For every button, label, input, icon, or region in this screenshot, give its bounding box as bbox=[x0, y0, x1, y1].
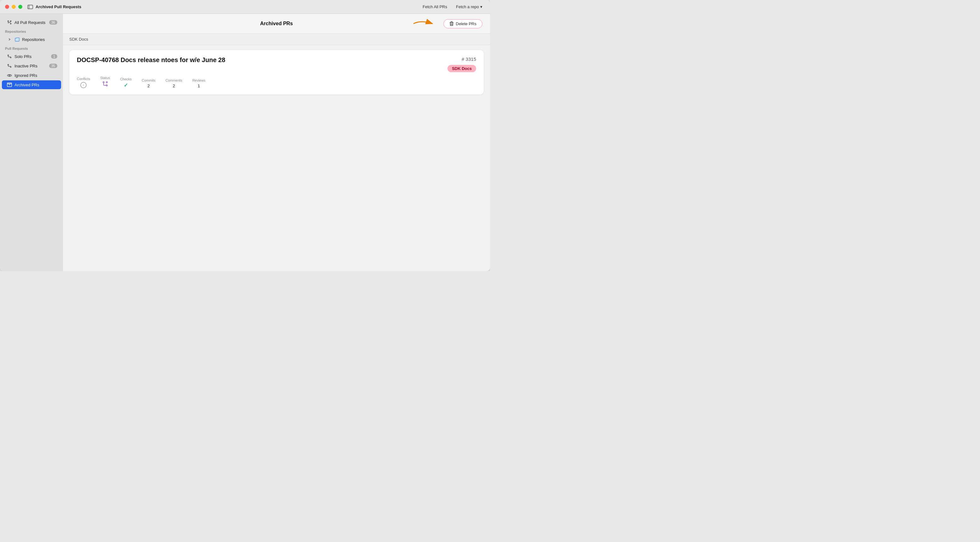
svg-rect-13 bbox=[7, 84, 12, 87]
svg-point-10 bbox=[10, 67, 11, 67]
pr-meta-checks: Checks ✓ bbox=[120, 77, 132, 88]
window-title: Archived Pull Requests bbox=[36, 5, 81, 9]
inactive-prs-icon bbox=[7, 63, 12, 69]
repositories-section-label: Repositories bbox=[0, 27, 63, 35]
fetch-repo-button[interactable]: Fetch a repo ▾ bbox=[453, 3, 485, 10]
svg-point-12 bbox=[9, 75, 10, 76]
sidebar-item-solo-prs[interactable]: Solo PRs 1 bbox=[2, 52, 61, 61]
svg-point-22 bbox=[106, 81, 107, 83]
archived-prs-label: Archived PRs bbox=[14, 83, 39, 87]
pr-meta-status: Status bbox=[100, 76, 110, 88]
repositories-item-label: Repositories bbox=[22, 37, 45, 42]
svg-rect-0 bbox=[28, 5, 33, 9]
solo-prs-icon bbox=[7, 54, 12, 59]
solo-prs-badge: 1 bbox=[51, 54, 57, 59]
folder-icon bbox=[14, 37, 19, 42]
content-header: Archived PRs bbox=[63, 14, 490, 34]
titlebar-actions: Fetch All PRs Fetch a repo ▾ bbox=[420, 3, 485, 10]
chevron-right-icon bbox=[7, 37, 12, 42]
svg-point-4 bbox=[10, 21, 11, 22]
content-title: Archived PRs bbox=[208, 21, 345, 27]
arrow-annotation-icon bbox=[412, 18, 437, 29]
svg-point-20 bbox=[103, 81, 104, 83]
comments-value: 2 bbox=[173, 83, 175, 88]
status-branch-icon bbox=[102, 81, 108, 88]
commits-value: 2 bbox=[147, 83, 150, 88]
all-prs-badge: 36 bbox=[49, 20, 57, 25]
svg-point-3 bbox=[10, 23, 11, 24]
archive-icon bbox=[7, 82, 12, 87]
app-window: Archived Pull Requests Fetch All PRs Fet… bbox=[0, 0, 490, 271]
pr-number: # 3315 bbox=[462, 56, 476, 62]
close-button[interactable] bbox=[5, 5, 9, 9]
checks-label: Checks bbox=[120, 77, 132, 81]
pull-requests-section-label: Pull Requests bbox=[0, 44, 63, 52]
commits-label: Commits bbox=[142, 78, 155, 82]
minimize-button[interactable] bbox=[12, 5, 16, 9]
pr-meta-row: Conflicts Status bbox=[77, 76, 476, 88]
trash-icon bbox=[449, 21, 454, 26]
eye-icon bbox=[7, 73, 12, 78]
repo-section-label: SDK Docs bbox=[63, 34, 490, 45]
checks-checkmark-icon: ✓ bbox=[124, 82, 128, 88]
inactive-prs-badge: 35 bbox=[49, 64, 57, 68]
traffic-lights bbox=[5, 5, 22, 9]
svg-point-7 bbox=[10, 57, 11, 58]
sidebar-item-all-pull-requests[interactable]: All Pull Requests 36 bbox=[2, 18, 61, 27]
sidebar-item-repositories[interactable]: Repositories bbox=[2, 35, 61, 44]
fetch-repo-label: Fetch a repo bbox=[456, 5, 479, 9]
maximize-button[interactable] bbox=[18, 5, 22, 9]
pr-card: DOCSP-40768 Docs release ntoes for w/e J… bbox=[69, 50, 484, 94]
sidebar-item-ignored-prs[interactable]: Ignored PRs bbox=[2, 71, 61, 80]
sidebar-toggle-icon[interactable] bbox=[27, 4, 33, 10]
ignored-prs-label: Ignored PRs bbox=[14, 73, 37, 78]
delete-prs-button[interactable]: Delete PRs bbox=[443, 19, 482, 29]
svg-rect-14 bbox=[7, 83, 12, 84]
svg-point-2 bbox=[8, 21, 9, 22]
pr-meta-conflicts: Conflicts bbox=[77, 77, 90, 88]
pr-title: DOCSP-40768 Docs release ntoes for w/e J… bbox=[77, 56, 225, 64]
svg-point-6 bbox=[8, 55, 9, 56]
titlebar: Archived Pull Requests Fetch All PRs Fet… bbox=[0, 0, 490, 14]
comments-label: Comments bbox=[165, 78, 182, 82]
pr-meta-commits: Commits 2 bbox=[142, 78, 155, 88]
fetch-all-prs-button[interactable]: Fetch All PRs bbox=[420, 3, 450, 10]
delete-prs-label: Delete PRs bbox=[456, 21, 476, 26]
sidebar-item-inactive-prs[interactable]: Inactive PRs 35 bbox=[2, 61, 61, 70]
svg-point-9 bbox=[8, 64, 9, 65]
conflicts-icon bbox=[80, 82, 87, 88]
sidebar-all-prs-label: All Pull Requests bbox=[14, 20, 45, 25]
inactive-prs-label: Inactive PRs bbox=[14, 64, 38, 69]
solo-prs-label: Solo PRs bbox=[14, 54, 32, 59]
pr-meta-comments: Comments 2 bbox=[165, 78, 182, 88]
main-layout: All Pull Requests 36 Repositories Reposi… bbox=[0, 14, 490, 271]
pr-repo-tag[interactable]: SDK Docs bbox=[447, 65, 476, 72]
content-area: Archived PRs bbox=[63, 14, 490, 271]
fetch-repo-chevron-icon: ▾ bbox=[480, 5, 482, 9]
sidebar: All Pull Requests 36 Repositories Reposi… bbox=[0, 14, 63, 271]
pr-meta-reviews: Reviews 1 bbox=[192, 78, 206, 88]
content-body: SDK Docs DOCSP-40768 Docs release ntoes … bbox=[63, 34, 490, 271]
pull-request-icon bbox=[7, 20, 12, 25]
reviews-value: 1 bbox=[198, 83, 200, 88]
pr-card-header: DOCSP-40768 Docs release ntoes for w/e J… bbox=[77, 56, 476, 72]
conflicts-label: Conflicts bbox=[77, 77, 90, 81]
sidebar-item-archived-prs[interactable]: Archived PRs bbox=[2, 80, 61, 89]
status-label: Status bbox=[100, 76, 110, 80]
reviews-label: Reviews bbox=[192, 78, 206, 82]
